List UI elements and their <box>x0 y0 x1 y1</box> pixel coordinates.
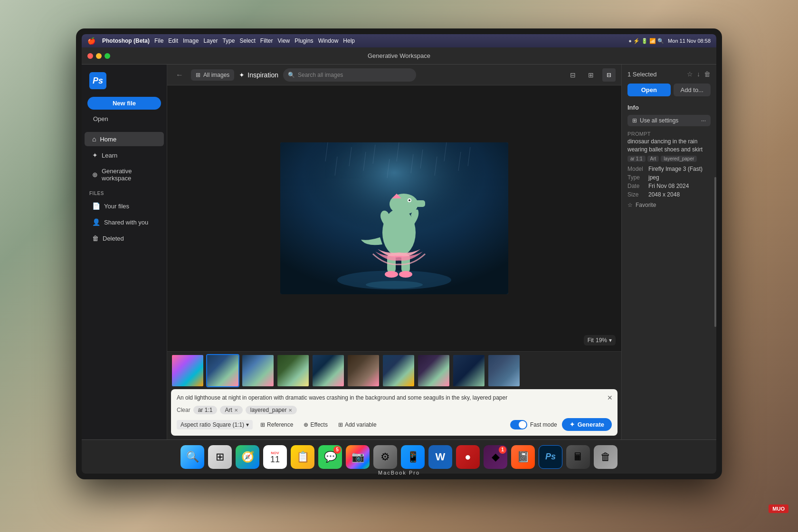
thumbnail-2[interactable] <box>206 354 239 387</box>
close-button[interactable] <box>87 53 93 59</box>
open-button[interactable]: Open <box>87 113 161 124</box>
dock-notes2[interactable]: 📓 <box>511 445 535 469</box>
open-image-button[interactable]: Open <box>627 84 671 96</box>
menu-select[interactable]: Select <box>239 37 255 44</box>
files-section-label: FILES <box>82 187 167 197</box>
star-icon[interactable]: ☆ <box>687 70 693 78</box>
back-button[interactable]: ← <box>173 68 186 82</box>
dock-trash[interactable]: 🗑 <box>594 445 618 469</box>
aspect-ratio-button[interactable]: Aspect ratio Square (1:1) ▾ <box>177 420 253 429</box>
dock-system-preferences[interactable]: ⚙ <box>373 445 397 469</box>
sidebar-item-generative-workspace[interactable]: ⊕ Generative workspace <box>85 164 164 185</box>
thumbnail-7[interactable] <box>382 354 415 387</box>
dock-davinci[interactable]: ● <box>456 445 480 469</box>
dock-calculator[interactable]: 🖩 <box>566 445 590 469</box>
dock-notes[interactable]: 📋 <box>291 445 314 469</box>
favorite-button[interactable]: ☆ Favorite <box>627 200 711 210</box>
model-value: Firefly Image 3 (Fast) <box>648 166 703 172</box>
panel-scrollbar[interactable] <box>714 177 716 327</box>
model-row: Model Firefly Image 3 (Fast) <box>627 166 711 172</box>
menu-layer[interactable]: Layer <box>203 37 218 44</box>
add-variable-button[interactable]: ⊞ Add variable <box>335 420 380 429</box>
zoom-dropdown-icon[interactable]: ▾ <box>609 337 612 344</box>
clear-button[interactable]: Clear <box>177 407 190 413</box>
content-area: ← ⊞ All images ✦ Inspiration 🔍 Search al… <box>167 65 621 439</box>
search-bar[interactable]: 🔍 Search all images <box>283 68 416 82</box>
thumbnail-1[interactable] <box>171 354 204 387</box>
menu-bar: 🍎 Photoshop (Beta) File Edit Image Layer… <box>82 34 716 47</box>
download-icon[interactable]: ↓ <box>697 70 700 78</box>
minimize-button[interactable] <box>96 53 102 59</box>
generate-button[interactable]: ✦ Generate <box>562 418 612 431</box>
fast-mode-toggle[interactable]: Fast mode <box>510 420 557 429</box>
dock-photoshop[interactable]: Ps <box>539 445 562 469</box>
filter-icon[interactable]: ⊟ <box>566 68 580 82</box>
search-icon: 🔍 <box>288 72 295 78</box>
fast-mode-toggle-switch[interactable] <box>510 420 527 429</box>
info-tag-art: Art <box>647 156 659 162</box>
single-view-button[interactable]: ⊟ <box>602 68 616 82</box>
effects-button[interactable]: ⊕ Effects <box>301 420 330 429</box>
thumbnail-9[interactable] <box>452 354 485 387</box>
tag-art-remove[interactable]: ✕ <box>234 408 238 413</box>
macbook-label: MacBook Pro <box>378 470 420 476</box>
reference-button[interactable]: ⊞ Reference <box>257 420 296 429</box>
dock-slack[interactable]: ◆ 1 <box>484 445 507 469</box>
size-row: Size 2048 x 2048 <box>627 191 711 198</box>
menu-view[interactable]: View <box>277 37 290 44</box>
prompt-close-button[interactable]: ✕ <box>607 394 613 401</box>
add-to-button[interactable]: Add to... <box>674 84 711 96</box>
menu-type[interactable]: Type <box>222 37 235 44</box>
thumbnail-8[interactable] <box>417 354 450 387</box>
menu-image[interactable]: Image <box>183 37 199 44</box>
sidebar-item-your-files[interactable]: 📄 Your files <box>85 199 164 213</box>
thumbnail-3[interactable] <box>241 354 275 387</box>
main-image-container: Fit 19% ▾ <box>167 85 621 351</box>
dock-messages[interactable]: 💬 5 <box>318 445 342 469</box>
menu-filter[interactable]: Filter <box>260 37 273 44</box>
thumbnail-4[interactable] <box>276 354 310 387</box>
all-images-button[interactable]: ⊞ All images <box>191 69 234 81</box>
thumbnail-10[interactable] <box>487 354 521 387</box>
effects-icon: ⊕ <box>304 421 308 428</box>
images-icon: ⊞ <box>196 72 200 78</box>
sidebar-item-deleted[interactable]: 🗑 Deleted <box>85 231 164 245</box>
sidebar-item-home[interactable]: ⌂ Home <box>85 132 164 146</box>
generative-workspace-icon: ⊕ <box>92 171 98 178</box>
more-options-icon[interactable]: ··· <box>701 117 706 124</box>
dock-launchpad[interactable]: ⊞ <box>208 445 232 469</box>
dock-finder[interactable]: 🔍 <box>180 445 204 469</box>
dock-photos[interactable]: 📷 <box>346 445 370 469</box>
menu-help[interactable]: Help <box>343 37 355 44</box>
grid-view-icon[interactable]: ⊞ <box>584 68 598 82</box>
reference-icon: ⊞ <box>260 421 265 428</box>
app-store-icon: 📱 <box>407 451 419 463</box>
use-all-settings-button[interactable]: ⊞ Use all settings ··· <box>627 115 711 126</box>
add-variable-icon: ⊞ <box>338 421 343 428</box>
maximize-button[interactable] <box>104 53 110 59</box>
prompt-bar: An old lighthouse at night in operation … <box>171 389 618 436</box>
effects-label: Effects <box>310 421 327 428</box>
tag-layered-paper-remove[interactable]: ✕ <box>288 408 292 413</box>
dock-word[interactable]: W <box>428 445 452 469</box>
menu-edit[interactable]: Edit <box>168 37 178 44</box>
menu-file[interactable]: File <box>154 37 163 44</box>
inspiration-button[interactable]: ✦ Inspiration <box>239 71 278 79</box>
dock-safari[interactable]: 🧭 <box>236 445 259 469</box>
new-file-button[interactable]: New file <box>87 97 161 110</box>
app-name-menu[interactable]: Photoshop (Beta) <box>102 37 150 44</box>
thumbnail-6[interactable] <box>347 354 380 387</box>
menu-plugins[interactable]: Plugins <box>294 37 313 44</box>
prompt-controls: Aspect ratio Square (1:1) ▾ ⊞ Reference … <box>177 418 612 431</box>
learn-icon: ✦ <box>92 151 98 159</box>
menu-window[interactable]: Window <box>318 37 339 44</box>
launchpad-icon: ⊞ <box>216 451 224 463</box>
sidebar-item-shared-with-you[interactable]: 👤 Shared with you <box>85 215 164 229</box>
dock-calendar[interactable]: NOV 11 <box>263 445 287 469</box>
your-files-icon: 📄 <box>92 202 100 210</box>
delete-icon[interactable]: 🗑 <box>704 70 711 78</box>
apple-logo-icon[interactable]: 🍎 <box>87 37 95 45</box>
dock-app-store[interactable]: 📱 <box>401 445 425 469</box>
sidebar-item-learn[interactable]: ✦ Learn <box>85 148 164 162</box>
thumbnail-5[interactable] <box>312 354 345 387</box>
